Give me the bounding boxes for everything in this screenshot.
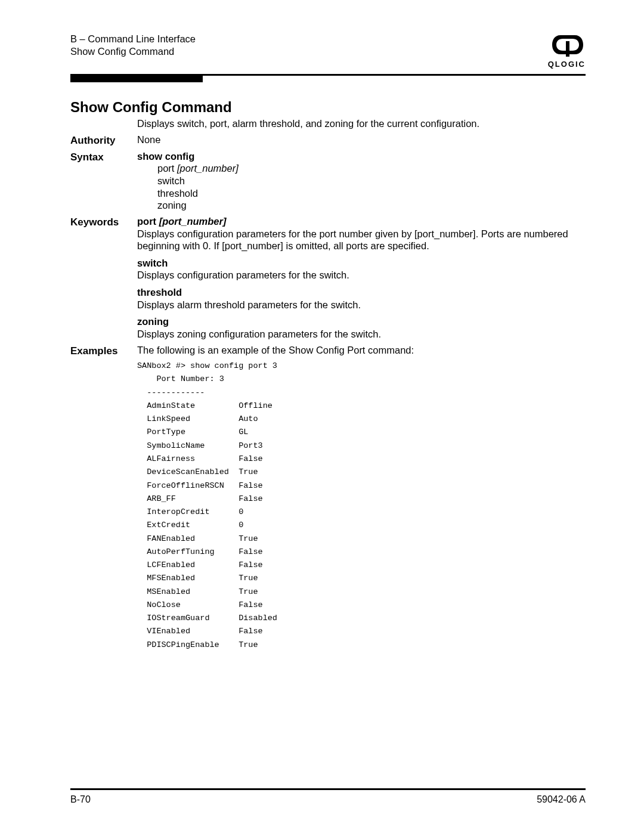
kw-threshold: threshold <box>137 286 586 299</box>
header-rule <box>70 74 586 76</box>
logo: QLOGIC <box>548 33 586 69</box>
footer-left: B-70 <box>70 794 91 806</box>
syntax-command: show config <box>137 151 194 162</box>
syntax-arg3: threshold <box>157 187 586 200</box>
svg-rect-2 <box>566 41 569 57</box>
logo-word: QLOGIC <box>548 60 586 69</box>
examples-output: SANbox2 #> show config port 3 Port Numbe… <box>137 360 586 652</box>
footer-right: 59042-06 A <box>537 794 586 806</box>
examples-label: Examples <box>70 344 137 652</box>
kw-threshold-desc: Displays alarm threshold parameters for … <box>137 299 586 311</box>
examples-block: The following is an example of the Show … <box>137 344 586 652</box>
header-section: B – Command Line Interface <box>70 33 196 45</box>
syntax-arg1-prefix: port <box>157 163 177 174</box>
kw-zoning-desc: Displays zoning configuration parameters… <box>137 328 586 340</box>
syntax-label: Syntax <box>70 150 137 212</box>
syntax-arg1-param: [port_number] <box>177 163 239 174</box>
header-page-title: Show Config Command <box>70 45 196 58</box>
intro-text: Displays switch, port, alarm threshold, … <box>137 117 586 130</box>
syntax-arg2: switch <box>157 175 586 187</box>
footer-rule <box>70 788 586 790</box>
keywords-block: port [port_number] Displays configuratio… <box>137 215 586 340</box>
svg-rect-0 <box>562 35 574 39</box>
kw-switch-desc: Displays configuration parameters for th… <box>137 269 586 281</box>
syntax-arg4: zoning <box>157 199 586 212</box>
authority-label: Authority <box>70 134 137 147</box>
kw-switch: switch <box>137 257 586 270</box>
kw-port-desc: Displays configuration parameters for th… <box>137 228 586 252</box>
header-tab <box>70 74 203 82</box>
kw-port-param: [port_number] <box>159 216 227 227</box>
page-title: Show Config Command <box>70 98 586 116</box>
syntax-block: show config port [port_number] switch th… <box>137 150 586 212</box>
qlogic-logo-icon <box>550 33 586 57</box>
examples-intro: The following is an example of the Show … <box>137 344 586 357</box>
keywords-label: Keywords <box>70 215 137 340</box>
kw-port-prefix: port <box>137 216 159 227</box>
kw-zoning: zoning <box>137 315 586 328</box>
authority-value: None <box>137 134 586 147</box>
